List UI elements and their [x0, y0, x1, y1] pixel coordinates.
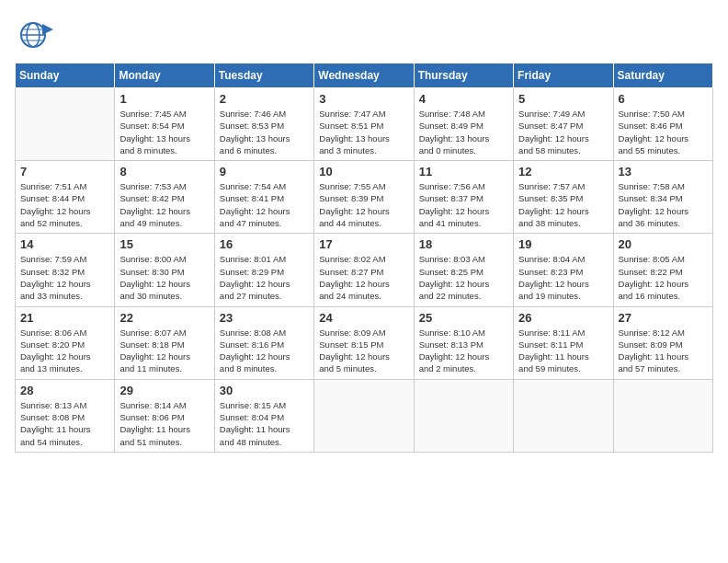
day-info: Sunrise: 8:15 AM Sunset: 8:04 PM Dayligh…	[220, 399, 309, 448]
day-info: Sunrise: 7:53 AM Sunset: 8:42 PM Dayligh…	[119, 180, 209, 229]
day-info: Sunrise: 7:48 AM Sunset: 8:49 PM Dayligh…	[419, 108, 508, 156]
day-number: 17	[319, 237, 408, 251]
svg-marker-5	[42, 24, 53, 35]
day-info: Sunrise: 7:51 AM Sunset: 8:44 PM Dayligh…	[20, 180, 109, 229]
day-number: 4	[419, 92, 508, 106]
day-number: 3	[319, 92, 408, 106]
calendar-cell: 9Sunrise: 7:54 AM Sunset: 8:41 PM Daylig…	[214, 161, 313, 234]
day-info: Sunrise: 7:47 AM Sunset: 8:51 PM Dayligh…	[319, 108, 408, 156]
calendar-table: SundayMondayTuesdayWednesdayThursdayFrid…	[15, 63, 713, 453]
day-info: Sunrise: 7:59 AM Sunset: 8:32 PM Dayligh…	[20, 253, 109, 302]
day-number: 1	[119, 92, 209, 106]
day-info: Sunrise: 7:55 AM Sunset: 8:39 PM Dayligh…	[319, 180, 408, 229]
calendar-cell: 28Sunrise: 8:13 AM Sunset: 8:08 PM Dayli…	[16, 379, 115, 452]
day-number: 11	[419, 165, 508, 178]
day-number: 19	[518, 237, 608, 251]
calendar-week-1: 1Sunrise: 7:45 AM Sunset: 8:54 PM Daylig…	[16, 88, 713, 161]
calendar-cell: 1Sunrise: 7:45 AM Sunset: 8:54 PM Daylig…	[115, 88, 214, 161]
calendar-cell: 12Sunrise: 7:57 AM Sunset: 8:35 PM Dayli…	[514, 161, 613, 234]
calendar-cell: 30Sunrise: 8:15 AM Sunset: 8:04 PM Dayli…	[214, 379, 313, 452]
day-info: Sunrise: 7:56 AM Sunset: 8:37 PM Dayligh…	[419, 180, 508, 229]
day-info: Sunrise: 8:01 AM Sunset: 8:29 PM Dayligh…	[220, 253, 309, 302]
weekday-header-row: SundayMondayTuesdayWednesdayThursdayFrid…	[16, 63, 713, 88]
calendar-cell: 19Sunrise: 8:04 AM Sunset: 8:23 PM Dayli…	[514, 234, 613, 306]
day-info: Sunrise: 8:03 AM Sunset: 8:25 PM Dayligh…	[419, 253, 508, 302]
calendar-cell: 7Sunrise: 7:51 AM Sunset: 8:44 PM Daylig…	[16, 161, 115, 234]
weekday-header-thursday: Thursday	[414, 63, 513, 88]
calendar-cell	[514, 379, 613, 452]
day-info: Sunrise: 8:13 AM Sunset: 8:08 PM Dayligh…	[20, 399, 109, 448]
day-info: Sunrise: 8:02 AM Sunset: 8:27 PM Dayligh…	[319, 253, 408, 302]
calendar-week-3: 14Sunrise: 7:59 AM Sunset: 8:32 PM Dayli…	[16, 234, 713, 306]
calendar-cell: 8Sunrise: 7:53 AM Sunset: 8:42 PM Daylig…	[115, 161, 214, 234]
calendar-cell	[314, 379, 414, 452]
calendar-cell: 24Sunrise: 8:09 AM Sunset: 8:15 PM Dayli…	[314, 306, 414, 379]
day-number: 15	[119, 237, 209, 251]
day-info: Sunrise: 8:14 AM Sunset: 8:06 PM Dayligh…	[119, 399, 209, 448]
day-number: 8	[119, 165, 209, 178]
calendar-cell: 10Sunrise: 7:55 AM Sunset: 8:39 PM Dayli…	[314, 161, 414, 234]
day-info: Sunrise: 8:08 AM Sunset: 8:16 PM Dayligh…	[220, 327, 309, 375]
calendar-cell: 27Sunrise: 8:12 AM Sunset: 8:09 PM Dayli…	[613, 306, 712, 379]
calendar-cell: 23Sunrise: 8:08 AM Sunset: 8:16 PM Dayli…	[214, 306, 313, 379]
day-info: Sunrise: 7:46 AM Sunset: 8:53 PM Dayligh…	[220, 108, 309, 156]
day-number: 21	[20, 311, 109, 325]
day-info: Sunrise: 8:10 AM Sunset: 8:13 PM Dayligh…	[419, 327, 508, 375]
logo-icon	[15, 15, 55, 55]
calendar-week-2: 7Sunrise: 7:51 AM Sunset: 8:44 PM Daylig…	[16, 161, 713, 234]
calendar-cell: 22Sunrise: 8:07 AM Sunset: 8:18 PM Dayli…	[115, 306, 214, 379]
calendar-cell: 25Sunrise: 8:10 AM Sunset: 8:13 PM Dayli…	[414, 306, 513, 379]
day-number: 23	[220, 311, 309, 325]
day-info: Sunrise: 7:58 AM Sunset: 8:34 PM Dayligh…	[619, 180, 708, 229]
day-number: 28	[20, 384, 109, 397]
day-number: 14	[20, 237, 109, 251]
calendar-cell: 14Sunrise: 7:59 AM Sunset: 8:32 PM Dayli…	[16, 234, 115, 306]
day-number: 29	[119, 384, 209, 397]
day-number: 6	[619, 92, 708, 106]
day-number: 7	[20, 165, 109, 178]
day-number: 18	[419, 237, 508, 251]
calendar-cell: 5Sunrise: 7:49 AM Sunset: 8:47 PM Daylig…	[514, 88, 613, 161]
weekday-header-wednesday: Wednesday	[314, 63, 414, 88]
day-number: 13	[619, 165, 708, 178]
calendar-cell	[414, 379, 513, 452]
weekday-header-tuesday: Tuesday	[214, 63, 313, 88]
day-info: Sunrise: 8:07 AM Sunset: 8:18 PM Dayligh…	[119, 327, 209, 375]
day-number: 9	[220, 165, 309, 178]
day-number: 26	[518, 311, 608, 325]
day-info: Sunrise: 8:11 AM Sunset: 8:11 PM Dayligh…	[518, 327, 608, 375]
calendar-cell: 11Sunrise: 7:56 AM Sunset: 8:37 PM Dayli…	[414, 161, 513, 234]
calendar-cell: 26Sunrise: 8:11 AM Sunset: 8:11 PM Dayli…	[514, 306, 613, 379]
day-number: 30	[220, 384, 309, 397]
logo	[15, 15, 59, 55]
calendar-cell	[613, 379, 712, 452]
day-info: Sunrise: 8:09 AM Sunset: 8:15 PM Dayligh…	[319, 327, 408, 375]
day-number: 10	[319, 165, 408, 178]
weekday-header-saturday: Saturday	[613, 63, 712, 88]
day-info: Sunrise: 7:50 AM Sunset: 8:46 PM Dayligh…	[619, 108, 708, 156]
day-number: 16	[220, 237, 309, 251]
weekday-header-friday: Friday	[514, 63, 613, 88]
weekday-header-sunday: Sunday	[16, 63, 115, 88]
calendar-cell	[16, 88, 115, 161]
day-number: 24	[319, 311, 408, 325]
page-header	[15, 15, 713, 55]
calendar-cell: 3Sunrise: 7:47 AM Sunset: 8:51 PM Daylig…	[314, 88, 414, 161]
day-info: Sunrise: 8:04 AM Sunset: 8:23 PM Dayligh…	[518, 253, 608, 302]
day-number: 2	[220, 92, 309, 106]
day-number: 20	[619, 237, 708, 251]
calendar-cell: 29Sunrise: 8:14 AM Sunset: 8:06 PM Dayli…	[115, 379, 214, 452]
day-info: Sunrise: 8:00 AM Sunset: 8:30 PM Dayligh…	[119, 253, 209, 302]
calendar-cell: 6Sunrise: 7:50 AM Sunset: 8:46 PM Daylig…	[613, 88, 712, 161]
day-info: Sunrise: 7:45 AM Sunset: 8:54 PM Dayligh…	[119, 108, 209, 156]
day-info: Sunrise: 8:12 AM Sunset: 8:09 PM Dayligh…	[619, 327, 708, 375]
calendar-week-4: 21Sunrise: 8:06 AM Sunset: 8:20 PM Dayli…	[16, 306, 713, 379]
day-number: 25	[419, 311, 508, 325]
calendar-week-5: 28Sunrise: 8:13 AM Sunset: 8:08 PM Dayli…	[16, 379, 713, 452]
day-number: 22	[119, 311, 209, 325]
day-info: Sunrise: 8:06 AM Sunset: 8:20 PM Dayligh…	[20, 327, 109, 375]
calendar-cell: 13Sunrise: 7:58 AM Sunset: 8:34 PM Dayli…	[613, 161, 712, 234]
calendar-cell: 18Sunrise: 8:03 AM Sunset: 8:25 PM Dayli…	[414, 234, 513, 306]
calendar-cell: 16Sunrise: 8:01 AM Sunset: 8:29 PM Dayli…	[214, 234, 313, 306]
calendar-cell: 2Sunrise: 7:46 AM Sunset: 8:53 PM Daylig…	[214, 88, 313, 161]
